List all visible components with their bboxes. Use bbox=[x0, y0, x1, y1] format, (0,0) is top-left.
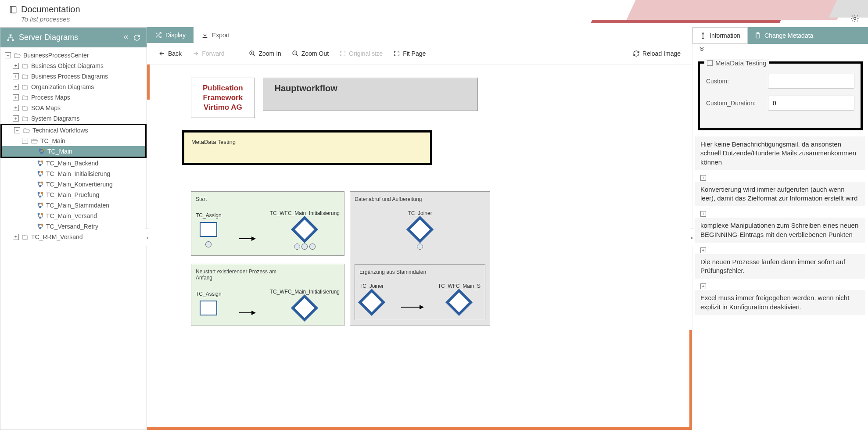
tree-item[interactable]: TC_Main_Backend bbox=[0, 158, 147, 168]
diagram-group-erg[interactable]: Ergänzung aus Stammdaten TC_Joiner TC_WF… bbox=[355, 264, 485, 320]
node-label: TC_Assign bbox=[196, 212, 222, 218]
tree-folder[interactable]: +Process Maps bbox=[0, 92, 147, 103]
svg-rect-2 bbox=[10, 34, 12, 36]
workflow-icon bbox=[39, 148, 45, 154]
pub-line: Framework bbox=[203, 93, 243, 103]
note-block: komplexe Manipulationen zum Schreiben ei… bbox=[695, 218, 865, 243]
tree-item[interactable]: TC_Main_Versand bbox=[0, 211, 147, 221]
tree-folder[interactable]: +System Diagrams bbox=[0, 113, 147, 124]
workflow-icon bbox=[37, 213, 43, 219]
tree-item[interactable]: TC_Versand_Retry bbox=[0, 221, 147, 232]
node-shape bbox=[445, 289, 473, 316]
tree-item-tcmain[interactable]: TC_Main bbox=[2, 146, 145, 157]
collapse-chevrons[interactable] bbox=[692, 44, 868, 54]
node-shape bbox=[200, 301, 217, 315]
forward-button: Forward bbox=[188, 47, 229, 60]
reload-button[interactable]: Reload Image bbox=[628, 47, 685, 60]
collapse-toggle[interactable]: − bbox=[5, 52, 11, 58]
pub-line: Publication bbox=[203, 83, 243, 93]
reload-icon bbox=[633, 50, 640, 57]
refresh-icon[interactable] bbox=[133, 34, 140, 41]
arrow-left-icon bbox=[158, 50, 165, 57]
shuffle-icon bbox=[155, 32, 162, 39]
tree-folder[interactable]: +Business Object Diagrams bbox=[0, 61, 147, 71]
tree-label: SOA Maps bbox=[31, 104, 61, 111]
toolbar: Back Forward Zoom In Zoom Out Original s… bbox=[147, 43, 692, 64]
diagram-group-neustart[interactable]: Neustart existierender Prozess am Anfang… bbox=[191, 264, 344, 326]
settings-button[interactable] bbox=[850, 14, 859, 23]
note-expand-toggle[interactable]: + bbox=[695, 281, 865, 290]
svg-point-1 bbox=[854, 18, 856, 20]
tab-display[interactable]: Display bbox=[147, 27, 194, 43]
workflow-icon bbox=[37, 223, 43, 229]
connector-arrow bbox=[239, 238, 252, 239]
download-icon bbox=[201, 32, 208, 39]
zoom-out-button[interactable]: Zoom Out bbox=[287, 47, 333, 60]
expand-toggle[interactable]: + bbox=[13, 63, 19, 69]
collapse-toggle[interactable]: − bbox=[14, 127, 20, 133]
node-tc-assign[interactable]: TC_Assign bbox=[196, 212, 222, 249]
collapse-toggle[interactable]: − bbox=[22, 138, 28, 144]
zoom-in-button[interactable]: Zoom In bbox=[244, 47, 285, 60]
breadcrumb-subtitle[interactable]: To list processes bbox=[21, 15, 80, 23]
tab-export[interactable]: Export bbox=[194, 27, 237, 43]
note-expand-toggle[interactable]: + bbox=[695, 245, 865, 254]
tree-item[interactable]: TC_Main_Konvertierung bbox=[0, 179, 147, 190]
page-title: Documentation bbox=[9, 4, 80, 14]
custom-input[interactable] bbox=[768, 74, 854, 89]
fit-page-button[interactable]: Fit Page bbox=[389, 47, 430, 60]
tree-folder[interactable]: +SOA Maps bbox=[0, 103, 147, 113]
node-wfc-init[interactable]: TC_WFC_Main_Initialisierung bbox=[270, 210, 340, 251]
note-expand-toggle[interactable]: + bbox=[695, 209, 865, 218]
diagram-canvas[interactable]: Publication Framework Virtimo AG Hauptwo… bbox=[147, 64, 692, 430]
collapse-toggle[interactable]: − bbox=[707, 60, 713, 66]
diagram-group-start[interactable]: Start TC_Assign TC_WFC_Main_Initialisier… bbox=[191, 191, 344, 256]
expand-toggle[interactable]: + bbox=[13, 84, 19, 90]
tree-item[interactable]: TC_Main_Stammdaten bbox=[0, 200, 147, 211]
note-expand-toggle[interactable]: + bbox=[695, 173, 865, 182]
svg-rect-4 bbox=[12, 39, 14, 41]
sidebar-title-text: Server Diagrams bbox=[19, 33, 78, 42]
diagram-group-abruf[interactable]: Datenabruf und Aufbereitung TC_Joiner Er… bbox=[350, 191, 490, 326]
svg-point-31 bbox=[702, 33, 703, 34]
fit-page-icon bbox=[393, 50, 400, 57]
publication-box: Publication Framework Virtimo AG bbox=[191, 78, 255, 118]
tree-label: Business Object Diagrams bbox=[31, 62, 104, 69]
note-block: Excel muss immer freigegeben werden, wen… bbox=[695, 290, 865, 315]
node-joiner[interactable]: TC_Joiner bbox=[359, 283, 384, 315]
tree-folder[interactable]: +Organization Diagrams bbox=[0, 82, 147, 92]
tree-folder-rrm[interactable]: + TC_RRM_Versand bbox=[0, 232, 147, 242]
svg-rect-19 bbox=[39, 196, 41, 197]
tree-root[interactable]: − BusinessProcessCenter bbox=[0, 50, 147, 61]
tab-information[interactable]: Information bbox=[692, 27, 748, 44]
node-label: TC_WFC_Main_S bbox=[438, 283, 481, 289]
folder-icon bbox=[22, 115, 29, 122]
svg-rect-17 bbox=[38, 192, 39, 194]
btn-label: Forward bbox=[202, 50, 224, 57]
expand-toggle[interactable]: + bbox=[13, 105, 19, 111]
workflow-icon bbox=[37, 171, 43, 177]
svg-rect-6 bbox=[43, 149, 44, 150]
tab-change-metadata[interactable]: Change Metadata bbox=[748, 27, 868, 44]
node-tc-assign[interactable]: TC_Assign bbox=[196, 291, 222, 319]
collapse-icon[interactable] bbox=[123, 34, 129, 40]
node-joiner[interactable]: TC_Joiner bbox=[408, 210, 432, 251]
node-wfc-s[interactable]: TC_WFC_Main_S bbox=[438, 283, 481, 315]
metadata-testing-box[interactable]: MetaData Testing bbox=[182, 130, 432, 165]
back-button[interactable]: Back bbox=[154, 47, 186, 60]
node-wfc-init[interactable]: TC_WFC_Main_Initialisierung bbox=[270, 289, 340, 321]
duration-input[interactable] bbox=[768, 96, 854, 111]
tree-item[interactable]: TC_Main_Initialisierung bbox=[0, 168, 147, 179]
expand-toggle[interactable]: + bbox=[13, 234, 19, 240]
tree-folder[interactable]: +Business Process Diagrams bbox=[0, 71, 147, 82]
expand-toggle[interactable]: + bbox=[13, 73, 19, 79]
expand-toggle[interactable]: + bbox=[13, 115, 19, 122]
tree-label: Organization Diagrams bbox=[31, 83, 94, 90]
expand-toggle[interactable]: + bbox=[13, 94, 19, 100]
tree-item[interactable]: TC_Main_Pruefung bbox=[0, 190, 147, 200]
tree-folder-technical[interactable]: − Technical Workflows bbox=[2, 125, 145, 136]
hw-label: Hauptworkflow bbox=[275, 83, 337, 93]
svg-rect-5 bbox=[39, 149, 41, 150]
tree-folder-tcmain[interactable]: − TC_Main bbox=[2, 136, 145, 146]
svg-rect-8 bbox=[38, 161, 39, 162]
